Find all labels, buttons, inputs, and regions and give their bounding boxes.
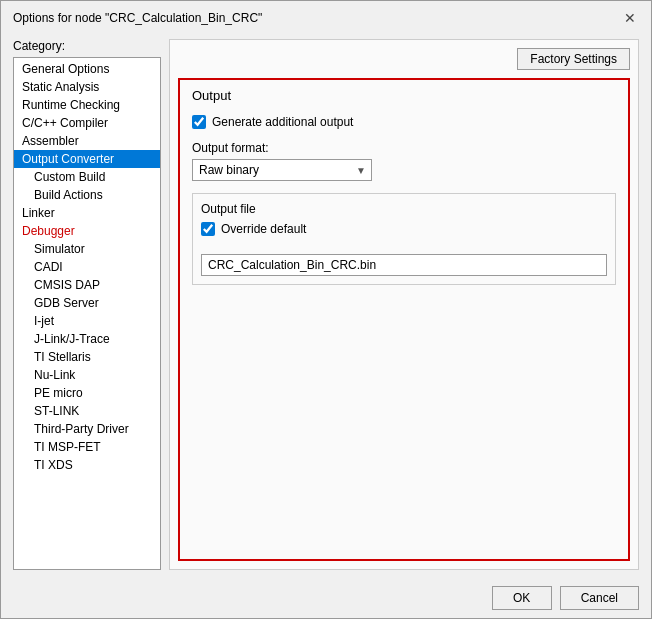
sidebar-item[interactable]: CADI — [14, 258, 160, 276]
sidebar-item[interactable]: Static Analysis — [14, 78, 160, 96]
output-format-select-wrapper: Raw binaryIntel HEXMotorola S-records ▼ — [192, 159, 372, 181]
override-default-label: Override default — [221, 222, 306, 236]
sidebar-item[interactable]: General Options — [14, 60, 160, 78]
close-button[interactable]: ✕ — [621, 9, 639, 27]
dialog-title: Options for node "CRC_Calculation_Bin_CR… — [13, 11, 262, 25]
generate-output-row: Generate additional output — [192, 115, 616, 129]
sidebar-item[interactable]: J-Link/J-Trace — [14, 330, 160, 348]
sidebar-item[interactable]: ST-LINK — [14, 402, 160, 420]
sidebar-item[interactable]: Third-Party Driver — [14, 420, 160, 438]
sidebar-item[interactable]: Linker — [14, 204, 160, 222]
sidebar-item[interactable]: Assembler — [14, 132, 160, 150]
output-file-box: Output file Override default — [192, 193, 616, 285]
sidebar-item[interactable]: PE micro — [14, 384, 160, 402]
sidebar-item[interactable]: Nu-Link — [14, 366, 160, 384]
category-label: Category: — [13, 39, 161, 53]
sidebar: Category: General OptionsStatic Analysis… — [13, 39, 161, 570]
factory-settings-row: Factory Settings — [178, 48, 630, 70]
sidebar-item[interactable]: TI XDS — [14, 456, 160, 474]
generate-output-checkbox[interactable] — [192, 115, 206, 129]
dialog: Options for node "CRC_Calculation_Bin_CR… — [0, 0, 652, 619]
factory-settings-button[interactable]: Factory Settings — [517, 48, 630, 70]
title-bar: Options for node "CRC_Calculation_Bin_CR… — [1, 1, 651, 31]
output-format-group: Output format: Raw binaryIntel HEXMotoro… — [192, 141, 616, 181]
sidebar-item[interactable]: GDB Server — [14, 294, 160, 312]
ok-button[interactable]: OK — [492, 586, 552, 610]
dialog-footer: OK Cancel — [1, 578, 651, 618]
generate-output-label: Generate additional output — [212, 115, 353, 129]
output-file-title: Output file — [201, 202, 607, 216]
sidebar-item[interactable]: TI MSP-FET — [14, 438, 160, 456]
output-format-select[interactable]: Raw binaryIntel HEXMotorola S-records — [192, 159, 372, 181]
sidebar-item[interactable]: CMSIS DAP — [14, 276, 160, 294]
sidebar-item[interactable]: Custom Build — [14, 168, 160, 186]
section-title: Output — [192, 88, 616, 103]
sidebar-item[interactable]: I-jet — [14, 312, 160, 330]
override-default-checkbox[interactable] — [201, 222, 215, 236]
output-filename-input[interactable] — [201, 254, 607, 276]
output-section: Output Generate additional output Output… — [178, 78, 630, 561]
sidebar-item[interactable]: Build Actions — [14, 186, 160, 204]
output-format-label: Output format: — [192, 141, 616, 155]
sidebar-item[interactable]: Output Converter — [14, 150, 160, 168]
cancel-button[interactable]: Cancel — [560, 586, 639, 610]
dialog-content: Category: General OptionsStatic Analysis… — [1, 31, 651, 578]
override-default-row: Override default — [201, 222, 607, 236]
sidebar-item[interactable]: Runtime Checking — [14, 96, 160, 114]
sidebar-item[interactable]: Debugger — [14, 222, 160, 240]
sidebar-item[interactable]: C/C++ Compiler — [14, 114, 160, 132]
sidebar-list: General OptionsStatic AnalysisRuntime Ch… — [13, 57, 161, 570]
sidebar-item[interactable]: Simulator — [14, 240, 160, 258]
sidebar-item[interactable]: TI Stellaris — [14, 348, 160, 366]
main-panel: Factory Settings Output Generate additio… — [169, 39, 639, 570]
